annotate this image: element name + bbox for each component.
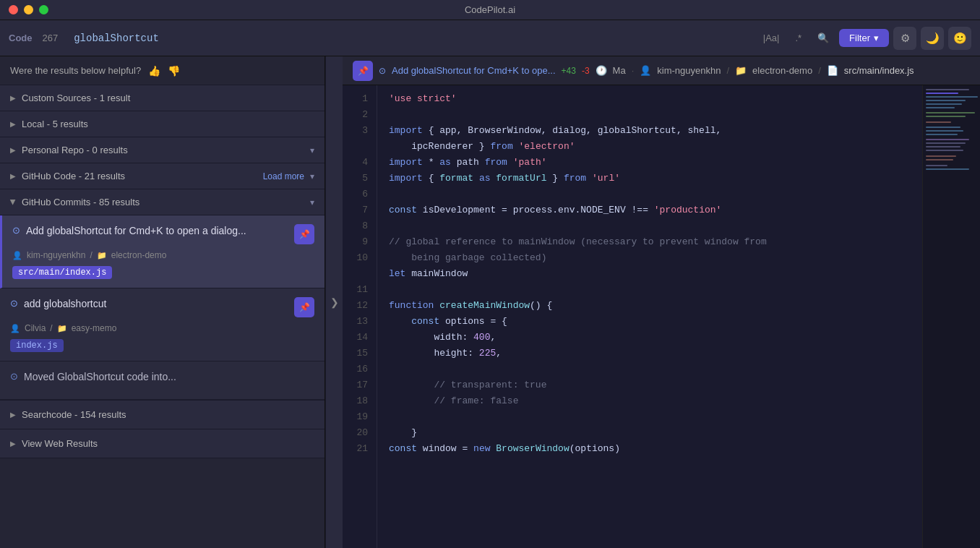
diff-plus: +43 bbox=[562, 66, 576, 76]
minimize-button[interactable] bbox=[24, 5, 33, 14]
line-num: 17 bbox=[343, 377, 368, 393]
minimap-svg bbox=[923, 85, 980, 519]
commit-user: Cilvia bbox=[25, 323, 46, 333]
code-line bbox=[389, 409, 922, 425]
chevron-right-icon: ▶ bbox=[10, 146, 16, 154]
case-sensitive-toggle[interactable]: |Aa| bbox=[757, 30, 786, 46]
line-num: 6 bbox=[343, 187, 368, 202]
diff-minus: -3 bbox=[582, 66, 590, 76]
svg-rect-4 bbox=[926, 103, 962, 105]
custom-sources-label: Custom Sources - 1 result bbox=[22, 93, 314, 103]
search-button[interactable]: 🔍 bbox=[812, 30, 835, 46]
commit-item[interactable]: ⊙ add globalshortcut 📌 👤 Cilvia / 📁 easy… bbox=[0, 288, 324, 361]
load-more-button[interactable]: Load more bbox=[263, 171, 304, 181]
line-num: 3 bbox=[343, 123, 368, 139]
search-count: 267 bbox=[43, 33, 59, 43]
search-label: Code bbox=[9, 33, 33, 43]
window-controls bbox=[9, 5, 48, 14]
settings-button[interactable]: ⚙ bbox=[893, 27, 916, 50]
code-line: height: 225, bbox=[389, 346, 922, 361]
commit-icon: ⊙ bbox=[10, 371, 18, 382]
svg-rect-12 bbox=[926, 139, 969, 140]
personal-repo-label: Personal Repo - 0 results bbox=[22, 145, 304, 155]
helpful-text: Were the results below helpful? bbox=[10, 65, 141, 76]
line-num: 20 bbox=[343, 425, 368, 441]
line-num: 4 bbox=[343, 155, 368, 171]
svg-rect-15 bbox=[926, 150, 963, 151]
code-line: const window = new BrowserWindow(options… bbox=[389, 441, 922, 457]
svg-rect-13 bbox=[926, 142, 966, 144]
filter-button[interactable]: Filter ▾ bbox=[839, 29, 889, 47]
code-content: 'use strict' import { app, BrowserWindow… bbox=[377, 85, 922, 548]
chevron-right-icon: ▶ bbox=[10, 172, 16, 180]
commit-repo: easy-memo bbox=[72, 323, 117, 333]
regex-toggle[interactable]: .* bbox=[789, 30, 807, 46]
line-num: 13 bbox=[343, 314, 368, 330]
line-num: 12 bbox=[343, 298, 368, 314]
custom-sources-section[interactable]: ▶ Custom Sources - 1 result bbox=[0, 85, 324, 111]
repo-icon: 📁 bbox=[735, 65, 747, 76]
maximize-button[interactable] bbox=[39, 5, 48, 14]
repo-icon: 📁 bbox=[57, 324, 67, 333]
searchcode-section[interactable]: ▶ Searchcode - 154 results bbox=[0, 401, 324, 429]
view-web-section[interactable]: ▶ View Web Results bbox=[0, 429, 324, 458]
line-num: 1 bbox=[343, 91, 368, 107]
svg-rect-5 bbox=[926, 107, 955, 108]
file-tag[interactable]: index.js bbox=[10, 339, 64, 352]
personal-repo-section[interactable]: ▶ Personal Repo - 0 results ▾ bbox=[0, 137, 324, 163]
code-line: import * as path from 'path' bbox=[389, 155, 922, 171]
line-num: 14 bbox=[343, 330, 368, 346]
separator: / bbox=[50, 323, 52, 333]
github-code-section[interactable]: ▶ GitHub Code - 21 results Load more ▾ bbox=[0, 163, 324, 189]
file-tag[interactable]: src/main/index.js bbox=[12, 266, 112, 279]
header-file: src/main/index.js bbox=[844, 65, 914, 76]
commit-meta: 👤 kim-nguyenkhn / 📁 electron-demo bbox=[12, 250, 314, 260]
code-line bbox=[389, 361, 922, 377]
main-layout: Were the results below helpful? 👍 👎 ▶ Cu… bbox=[0, 56, 980, 548]
code-line bbox=[389, 107, 922, 123]
chevron-right-icon: ❯ bbox=[330, 296, 339, 308]
github-commits-label: GitHub Commits - 85 results bbox=[22, 197, 304, 207]
code-line: ipcRenderer } from 'electron' bbox=[389, 139, 922, 155]
code-line bbox=[389, 282, 922, 298]
commit-meta: 👤 Cilvia / 📁 easy-memo bbox=[10, 323, 314, 333]
expand-panel-button[interactable]: ❯ bbox=[325, 56, 343, 548]
filter-icon: ▾ bbox=[874, 33, 879, 43]
commit-item[interactable]: ⊙ Moved GlobalShortcut code into... bbox=[0, 361, 324, 400]
feedback-button[interactable]: 🙂 bbox=[948, 27, 971, 50]
svg-rect-10 bbox=[926, 130, 963, 132]
commit-title: Add globalShortcut for Cmd+K to open a d… bbox=[26, 224, 288, 239]
search-options: |Aa| .* 🔍 Filter ▾ ⚙ 🌙 🙂 bbox=[757, 27, 971, 50]
line-num: 15 bbox=[343, 346, 368, 361]
commit-title: add globalshortcut bbox=[24, 297, 288, 312]
app-title: CodePilot.ai bbox=[465, 4, 515, 15]
user-icon: 👤 bbox=[10, 324, 20, 333]
local-section[interactable]: ▶ Local - 5 results bbox=[0, 111, 324, 137]
commit-icon: ⊙ bbox=[10, 298, 18, 309]
thumbs-down-icon[interactable]: 👎 bbox=[168, 65, 180, 77]
github-commits-section[interactable]: ▶ GitHub Commits - 85 results ▾ bbox=[0, 189, 324, 215]
line-num: 8 bbox=[343, 218, 368, 234]
pin-button[interactable]: 📌 bbox=[294, 224, 314, 244]
pin-header-button[interactable]: 📌 bbox=[353, 61, 373, 81]
code-line: // global reference to mainWindow (neces… bbox=[389, 234, 922, 250]
left-panel: Were the results below helpful? 👍 👎 ▶ Cu… bbox=[0, 56, 325, 548]
thumbs-up-icon[interactable]: 👍 bbox=[148, 65, 160, 77]
searchbar: Code 267 globalShortcut |Aa| .* 🔍 Filter… bbox=[0, 20, 980, 56]
commit-item[interactable]: ⊙ Add globalShortcut for Cmd+K to open a… bbox=[0, 215, 324, 288]
close-button[interactable] bbox=[9, 5, 18, 14]
svg-rect-19 bbox=[926, 168, 969, 170]
commit-time: Ma bbox=[613, 65, 626, 76]
line-num: 7 bbox=[343, 202, 368, 218]
line-numbers: 1 2 3 4 5 6 7 8 9 10 11 12 13 14 15 16 1… bbox=[343, 85, 377, 548]
local-label: Local - 5 results bbox=[22, 119, 314, 129]
code-line: width: 400, bbox=[389, 330, 922, 346]
code-line: // frame: false bbox=[389, 393, 922, 409]
filter-label: Filter bbox=[849, 33, 870, 43]
svg-rect-0 bbox=[926, 89, 969, 90]
pin-button[interactable]: 📌 bbox=[294, 297, 314, 317]
theme-toggle[interactable]: 🌙 bbox=[921, 27, 944, 50]
code-line: import { app, BrowserWindow, dialog, glo… bbox=[389, 123, 922, 139]
commit-repo: electron-demo bbox=[111, 250, 167, 260]
bottom-sections: ▶ Searchcode - 154 results ▶ View Web Re… bbox=[0, 400, 324, 458]
